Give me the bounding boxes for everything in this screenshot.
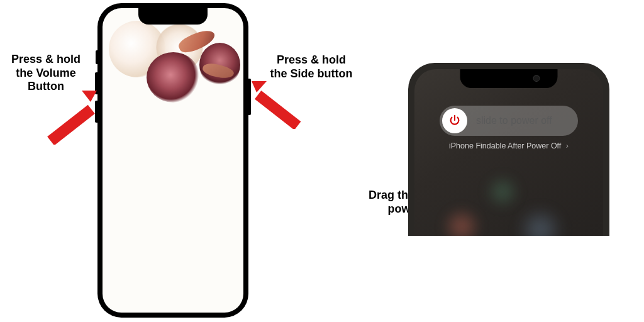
camera-icon: [533, 75, 540, 82]
arrow-icon: [250, 79, 307, 129]
power-icon: [448, 114, 462, 128]
phone-left-screen: [103, 8, 243, 313]
label-side: Press & hold the Side button: [267, 53, 355, 80]
blur-background: [515, 204, 565, 236]
phone-right: slide to power off iPhone Findable After…: [408, 63, 609, 236]
notch: [460, 69, 558, 88]
wallpaper-flowers: [103, 8, 243, 128]
arrow-icon: [31, 88, 101, 145]
phone-left: [97, 3, 248, 318]
svg-rect-1: [47, 105, 95, 145]
svg-rect-3: [255, 91, 301, 129]
blur-background: [440, 204, 484, 236]
svg-marker-0: [82, 91, 97, 102]
phone-right-screen: slide to power off iPhone Findable After…: [414, 69, 603, 236]
chevron-right-icon: ›: [566, 142, 569, 150]
svg-marker-2: [252, 81, 267, 92]
flower-maroon: [147, 52, 200, 103]
power-off-slider[interactable]: slide to power off: [440, 106, 578, 136]
notch: [138, 8, 208, 25]
findable-text: iPhone Findable After Power Off: [449, 142, 561, 150]
blur-background: [484, 173, 521, 211]
slider-text: slide to power off: [476, 115, 552, 126]
findable-row[interactable]: iPhone Findable After Power Off ›: [414, 142, 603, 150]
power-knob[interactable]: [442, 108, 467, 133]
mute-switch: [96, 50, 97, 64]
